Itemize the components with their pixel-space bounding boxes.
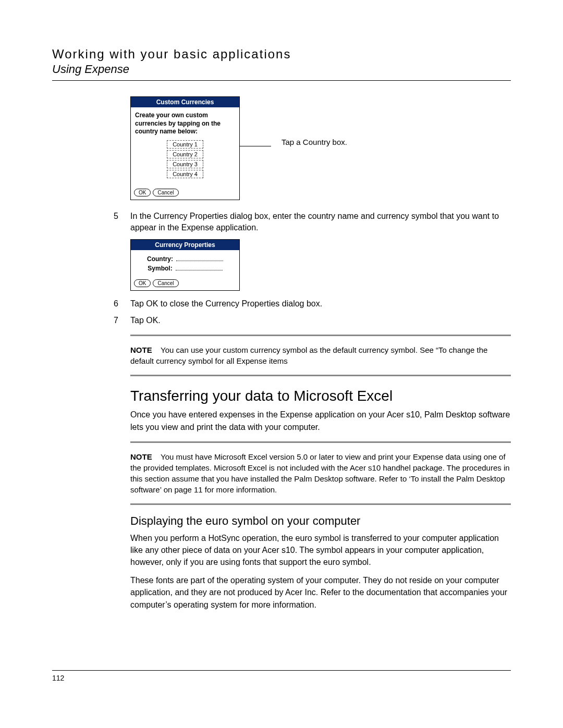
country-field-input[interactable] (176, 256, 223, 261)
footer-rule (52, 670, 511, 671)
note-1: NOTE You can use your custom currency sy… (130, 344, 511, 366)
step-text: Tap OK to close the Currency Properties … (130, 298, 511, 310)
step-number: 5 (114, 211, 130, 222)
header-rule (52, 80, 511, 81)
dialog-title: Custom Currencies (131, 97, 239, 107)
step-number: 7 (114, 315, 130, 326)
note-label: NOTE (130, 346, 152, 354)
page-header-title: Working with your basic applications (52, 47, 511, 61)
symbol-field-input[interactable] (176, 265, 223, 270)
cancel-button[interactable]: Cancel (153, 279, 178, 287)
page-header-subtitle: Using Expense (52, 63, 511, 76)
country-2-box[interactable]: Country 2 (167, 150, 203, 158)
custom-currencies-dialog: Custom Currencies Create your own custom… (130, 96, 240, 200)
section-paragraph: Once you have entered expenses in the Ex… (130, 409, 511, 433)
step-number: 6 (114, 298, 130, 310)
callout-leader-line (240, 141, 282, 193)
note-top-rule (130, 441, 511, 443)
note-label: NOTE (130, 452, 152, 461)
step-text: Tap OK. (130, 315, 511, 326)
note-bottom-rule (130, 375, 511, 376)
symbol-field-label: Symbol: (148, 265, 172, 272)
country-1-box[interactable]: Country 1 (167, 140, 203, 149)
note-2: NOTE You must have Microsoft Excel versi… (130, 451, 511, 495)
step-7: 7 Tap OK. (130, 315, 511, 326)
note-bottom-rule (130, 503, 511, 505)
callout-label: Tap a Country box. (282, 137, 347, 147)
note-text: You must have Microsoft Excel version 5.… (130, 452, 510, 494)
dialog-title: Currency Properties (131, 240, 239, 250)
country-4-box[interactable]: Country 4 (167, 170, 203, 178)
ok-button[interactable]: OK (134, 189, 151, 196)
cancel-button[interactable]: Cancel (153, 189, 178, 196)
note-top-rule (130, 335, 511, 336)
country-field-label: Country: (147, 255, 173, 263)
ok-button[interactable]: OK (134, 279, 151, 287)
section-heading-transferring: Transferring your data to Microsoft Exce… (130, 388, 511, 404)
subsection-heading-euro: Displaying the euro symbol on your compu… (130, 514, 511, 528)
dialog-instruction: Create your own custom currencies by tap… (135, 112, 235, 136)
euro-paragraph-1: When you perform a HotSync operation, th… (130, 532, 511, 569)
euro-paragraph-2: These fonts are part of the operating sy… (130, 574, 511, 611)
step-text: In the Currency Properties dialog box, e… (130, 211, 511, 234)
page-number: 112 (52, 674, 511, 682)
note-text: You can use your custom currency symbol … (130, 346, 487, 365)
step-5: 5 In the Currency Properties dialog box,… (130, 211, 511, 234)
currency-properties-dialog: Currency Properties Country: Symbol: OK … (130, 239, 240, 291)
country-3-box[interactable]: Country 3 (167, 160, 203, 168)
custom-currencies-figure: Custom Currencies Create your own custom… (130, 96, 511, 200)
step-6: 6 Tap OK to close the Currency Propertie… (130, 298, 511, 310)
